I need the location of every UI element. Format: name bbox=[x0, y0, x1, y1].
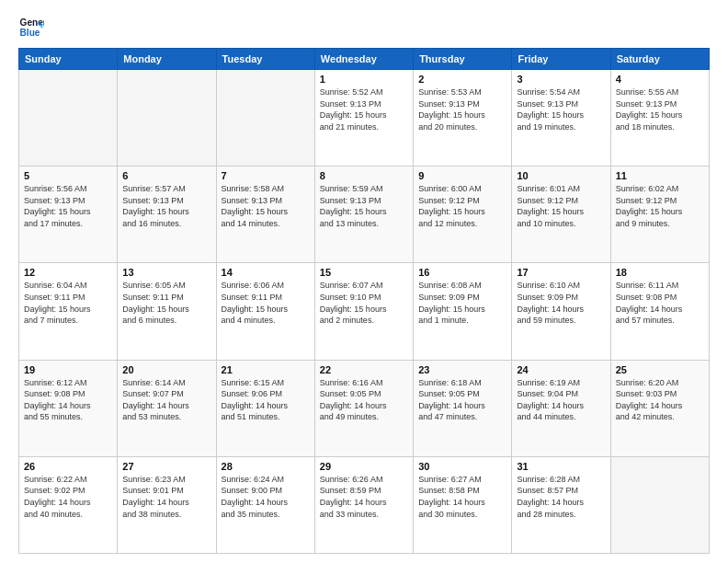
day-number: 17 bbox=[517, 267, 605, 278]
day-number: 23 bbox=[418, 364, 506, 375]
day-detail: Sunrise: 6:07 AM Sunset: 9:10 PM Dayligh… bbox=[320, 280, 408, 326]
day-cell: 24Sunrise: 6:19 AM Sunset: 9:04 PM Dayli… bbox=[512, 360, 610, 456]
day-detail: Sunrise: 6:01 AM Sunset: 9:12 PM Dayligh… bbox=[517, 183, 605, 229]
weekday-header-monday: Monday bbox=[118, 49, 216, 70]
day-detail: Sunrise: 6:19 AM Sunset: 9:04 PM Dayligh… bbox=[517, 377, 605, 423]
day-cell: 8Sunrise: 5:59 AM Sunset: 9:13 PM Daylig… bbox=[314, 167, 413, 263]
day-cell: 15Sunrise: 6:07 AM Sunset: 9:10 PM Dayli… bbox=[314, 263, 413, 360]
week-row-3: 12Sunrise: 6:04 AM Sunset: 9:11 PM Dayli… bbox=[19, 263, 710, 360]
day-number: 6 bbox=[122, 170, 210, 181]
day-number: 29 bbox=[320, 461, 408, 472]
day-cell: 3Sunrise: 5:54 AM Sunset: 9:13 PM Daylig… bbox=[512, 70, 610, 167]
day-detail: Sunrise: 5:52 AM Sunset: 9:13 PM Dayligh… bbox=[320, 86, 408, 132]
day-cell: 23Sunrise: 6:18 AM Sunset: 9:05 PM Dayli… bbox=[414, 360, 512, 456]
day-number: 19 bbox=[24, 364, 112, 375]
day-cell: 18Sunrise: 6:11 AM Sunset: 9:08 PM Dayli… bbox=[610, 263, 709, 360]
day-detail: Sunrise: 6:02 AM Sunset: 9:12 PM Dayligh… bbox=[616, 183, 704, 229]
calendar-table: SundayMondayTuesdayWednesdayThursdayFrid… bbox=[18, 48, 710, 554]
day-number: 5 bbox=[24, 170, 112, 181]
day-cell bbox=[610, 456, 709, 553]
week-row-5: 26Sunrise: 6:22 AM Sunset: 9:02 PM Dayli… bbox=[19, 456, 710, 553]
day-cell: 5Sunrise: 5:56 AM Sunset: 9:13 PM Daylig… bbox=[19, 167, 118, 263]
day-number: 20 bbox=[122, 364, 210, 375]
week-row-1: 1Sunrise: 5:52 AM Sunset: 9:13 PM Daylig… bbox=[19, 70, 710, 167]
day-detail: Sunrise: 6:05 AM Sunset: 9:11 PM Dayligh… bbox=[122, 280, 210, 326]
day-cell bbox=[216, 70, 314, 167]
day-detail: Sunrise: 6:27 AM Sunset: 8:58 PM Dayligh… bbox=[418, 474, 506, 520]
day-cell: 6Sunrise: 5:57 AM Sunset: 9:13 PM Daylig… bbox=[118, 167, 216, 263]
day-cell: 11Sunrise: 6:02 AM Sunset: 9:12 PM Dayli… bbox=[610, 167, 709, 263]
day-detail: Sunrise: 5:55 AM Sunset: 9:13 PM Dayligh… bbox=[616, 86, 704, 132]
logo-icon: General Blue bbox=[18, 15, 44, 40]
logo: General Blue bbox=[18, 15, 44, 40]
day-detail: Sunrise: 5:57 AM Sunset: 9:13 PM Dayligh… bbox=[122, 183, 210, 229]
day-number: 16 bbox=[418, 267, 506, 278]
day-detail: Sunrise: 6:04 AM Sunset: 9:11 PM Dayligh… bbox=[24, 280, 112, 326]
day-cell: 7Sunrise: 5:58 AM Sunset: 9:13 PM Daylig… bbox=[216, 167, 314, 263]
day-cell: 26Sunrise: 6:22 AM Sunset: 9:02 PM Dayli… bbox=[19, 456, 118, 553]
day-cell: 17Sunrise: 6:10 AM Sunset: 9:09 PM Dayli… bbox=[512, 263, 610, 360]
day-number: 15 bbox=[320, 267, 408, 278]
day-cell: 9Sunrise: 6:00 AM Sunset: 9:12 PM Daylig… bbox=[414, 167, 512, 263]
day-cell: 28Sunrise: 6:24 AM Sunset: 9:00 PM Dayli… bbox=[216, 456, 314, 553]
day-detail: Sunrise: 5:58 AM Sunset: 9:13 PM Dayligh… bbox=[222, 183, 310, 229]
day-number: 9 bbox=[418, 170, 506, 181]
day-detail: Sunrise: 6:24 AM Sunset: 9:00 PM Dayligh… bbox=[222, 474, 310, 520]
day-cell: 20Sunrise: 6:14 AM Sunset: 9:07 PM Dayli… bbox=[118, 360, 216, 456]
day-detail: Sunrise: 6:00 AM Sunset: 9:12 PM Dayligh… bbox=[418, 183, 506, 229]
day-cell: 16Sunrise: 6:08 AM Sunset: 9:09 PM Dayli… bbox=[414, 263, 512, 360]
day-number: 28 bbox=[222, 461, 310, 472]
day-cell: 10Sunrise: 6:01 AM Sunset: 9:12 PM Dayli… bbox=[512, 167, 610, 263]
week-row-2: 5Sunrise: 5:56 AM Sunset: 9:13 PM Daylig… bbox=[19, 167, 710, 263]
day-detail: Sunrise: 6:20 AM Sunset: 9:03 PM Dayligh… bbox=[616, 377, 704, 423]
day-number: 2 bbox=[418, 74, 506, 85]
day-number: 4 bbox=[616, 74, 704, 85]
day-cell: 27Sunrise: 6:23 AM Sunset: 9:01 PM Dayli… bbox=[118, 456, 216, 553]
day-detail: Sunrise: 6:12 AM Sunset: 9:08 PM Dayligh… bbox=[24, 377, 112, 423]
day-number: 11 bbox=[616, 170, 704, 181]
day-cell: 21Sunrise: 6:15 AM Sunset: 9:06 PM Dayli… bbox=[216, 360, 314, 456]
day-cell: 12Sunrise: 6:04 AM Sunset: 9:11 PM Dayli… bbox=[19, 263, 118, 360]
day-number: 3 bbox=[517, 74, 605, 85]
weekday-header-wednesday: Wednesday bbox=[314, 49, 413, 70]
weekday-header-sunday: Sunday bbox=[19, 49, 118, 70]
weekday-header-friday: Friday bbox=[512, 49, 610, 70]
day-number: 22 bbox=[320, 364, 408, 375]
day-detail: Sunrise: 5:59 AM Sunset: 9:13 PM Dayligh… bbox=[320, 183, 408, 229]
day-cell: 1Sunrise: 5:52 AM Sunset: 9:13 PM Daylig… bbox=[314, 70, 413, 167]
day-detail: Sunrise: 5:54 AM Sunset: 9:13 PM Dayligh… bbox=[517, 86, 605, 132]
day-detail: Sunrise: 6:22 AM Sunset: 9:02 PM Dayligh… bbox=[24, 474, 112, 520]
weekday-header-row: SundayMondayTuesdayWednesdayThursdayFrid… bbox=[19, 49, 710, 70]
calendar-body: 1Sunrise: 5:52 AM Sunset: 9:13 PM Daylig… bbox=[19, 70, 710, 554]
day-detail: Sunrise: 6:11 AM Sunset: 9:08 PM Dayligh… bbox=[616, 280, 704, 326]
day-number: 7 bbox=[222, 170, 310, 181]
day-number: 10 bbox=[517, 170, 605, 181]
day-number: 14 bbox=[222, 267, 310, 278]
svg-text:Blue: Blue bbox=[20, 28, 40, 38]
day-number: 30 bbox=[418, 461, 506, 472]
day-detail: Sunrise: 6:10 AM Sunset: 9:09 PM Dayligh… bbox=[517, 280, 605, 326]
day-cell bbox=[19, 70, 118, 167]
day-cell: 31Sunrise: 6:28 AM Sunset: 8:57 PM Dayli… bbox=[512, 456, 610, 553]
day-number: 8 bbox=[320, 170, 408, 181]
day-number: 18 bbox=[616, 267, 704, 278]
day-cell bbox=[118, 70, 216, 167]
day-number: 21 bbox=[222, 364, 310, 375]
day-number: 12 bbox=[24, 267, 112, 278]
day-number: 1 bbox=[320, 74, 408, 85]
day-number: 27 bbox=[122, 461, 210, 472]
day-number: 31 bbox=[517, 461, 605, 472]
day-detail: Sunrise: 5:56 AM Sunset: 9:13 PM Dayligh… bbox=[24, 183, 112, 229]
day-detail: Sunrise: 6:28 AM Sunset: 8:57 PM Dayligh… bbox=[517, 474, 605, 520]
day-cell: 14Sunrise: 6:06 AM Sunset: 9:11 PM Dayli… bbox=[216, 263, 314, 360]
day-cell: 19Sunrise: 6:12 AM Sunset: 9:08 PM Dayli… bbox=[19, 360, 118, 456]
day-cell: 29Sunrise: 6:26 AM Sunset: 8:59 PM Dayli… bbox=[314, 456, 413, 553]
weekday-header-thursday: Thursday bbox=[414, 49, 512, 70]
day-detail: Sunrise: 6:08 AM Sunset: 9:09 PM Dayligh… bbox=[418, 280, 506, 326]
day-number: 26 bbox=[24, 461, 112, 472]
weekday-header-saturday: Saturday bbox=[610, 49, 709, 70]
day-cell: 30Sunrise: 6:27 AM Sunset: 8:58 PM Dayli… bbox=[414, 456, 512, 553]
day-detail: Sunrise: 6:26 AM Sunset: 8:59 PM Dayligh… bbox=[320, 474, 408, 520]
day-cell: 2Sunrise: 5:53 AM Sunset: 9:13 PM Daylig… bbox=[414, 70, 512, 167]
day-number: 25 bbox=[616, 364, 704, 375]
